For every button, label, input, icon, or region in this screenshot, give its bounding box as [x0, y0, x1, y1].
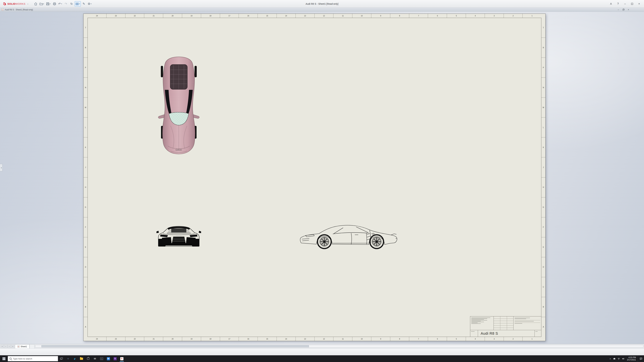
first-sheet-button[interactable]: «	[0, 345, 4, 348]
terminal-icon: >_	[100, 358, 103, 360]
print-button[interactable]	[52, 1, 57, 6]
zone-label: A	[541, 317, 546, 337]
zone-label: 22	[125, 14, 144, 18]
zone-label: B	[84, 297, 88, 317]
help-icon[interactable]: ?	[614, 0, 622, 7]
zone-label: 18	[201, 14, 220, 18]
task-view-icon	[60, 358, 63, 360]
zone-label: D	[84, 257, 88, 277]
zone-label: 1	[522, 14, 541, 18]
solidworks-logo-icon	[3, 2, 6, 6]
undo-button[interactable]: ↶ ▾	[58, 1, 63, 6]
zone-label: 10	[352, 337, 371, 341]
save-button[interactable]: ▾	[45, 1, 52, 6]
add-sheet-tab[interactable]	[30, 345, 34, 349]
cortana-button[interactable]: ○	[65, 355, 72, 362]
solidworks-taskbar-button[interactable]: S	[118, 355, 125, 362]
zone-label: 11	[333, 14, 352, 18]
sheet-paper[interactable]: Audi R8 S	[88, 18, 541, 337]
task-view-button[interactable]	[58, 355, 65, 362]
tab-sheet1[interactable]: Sheet1	[15, 345, 30, 349]
zone-label: 20	[163, 337, 182, 341]
zone-label: 2	[504, 14, 522, 18]
side-view-drawing	[299, 218, 400, 250]
zone-label: 19	[182, 14, 201, 18]
drawing-view-top[interactable]	[156, 55, 202, 155]
rebuild-icon: ↻	[70, 2, 73, 6]
menu-expand-icon[interactable]: ›	[26, 2, 29, 5]
zone-label: P	[84, 57, 88, 77]
open-button[interactable]: ▾	[39, 1, 45, 6]
dropdown-icon[interactable]: ▾	[43, 3, 44, 5]
dropdown-icon[interactable]: ▾	[91, 3, 92, 5]
zone-label: 24	[88, 14, 106, 18]
zone-label: 14	[276, 14, 296, 18]
redo-button[interactable]: ↷	[63, 1, 68, 6]
minimize-icon[interactable]: –	[622, 0, 628, 7]
drawing-view-side[interactable]	[299, 218, 400, 250]
doc-minimize-icon[interactable]: –	[616, 8, 621, 11]
terminal-button[interactable]: >_	[98, 355, 105, 362]
feature-pane-toggle[interactable]: ◂	[0, 164, 2, 171]
edge-button[interactable]: e	[72, 355, 78, 362]
taskbar-clock[interactable]: 4:03 PM 2/17/2021	[626, 356, 638, 361]
dropdown-icon[interactable]: ▾	[61, 3, 62, 5]
brand-text: SOLIDWORKS	[8, 2, 26, 5]
zone-label: F	[541, 217, 546, 237]
dropdown-icon[interactable]: ▾	[79, 3, 80, 5]
start-button[interactable]	[0, 355, 8, 362]
app-blue-button[interactable]: V	[112, 355, 118, 362]
zone-label: J	[84, 157, 88, 177]
home-button[interactable]	[33, 1, 38, 6]
action-center-button[interactable]	[638, 355, 644, 362]
maximize-icon[interactable]	[628, 0, 636, 7]
zone-label: 1	[522, 337, 541, 341]
window-title: Audi R8 S - Sheet1 [Read-only]	[306, 2, 338, 5]
zone-label: 2	[504, 337, 522, 341]
options-button[interactable]: ⚙ ▾	[87, 1, 92, 6]
title-block-rev-cell	[534, 330, 541, 337]
capture-tool-button[interactable]: ▾	[75, 1, 81, 6]
doc-close-icon[interactable]: ×	[626, 8, 631, 11]
zone-label: 24	[88, 337, 106, 341]
front-view-drawing	[156, 218, 202, 249]
close-icon[interactable]: ×	[636, 0, 643, 7]
top-view-drawing	[156, 55, 202, 155]
hidden-icons-chevron[interactable]: ∧	[608, 358, 612, 360]
next-sheet-button[interactable]: ›	[8, 345, 11, 348]
store-button[interactable]	[85, 355, 92, 362]
word-button[interactable]: W	[105, 355, 112, 362]
horizontal-scrollbar[interactable]	[35, 345, 643, 348]
zone-ruler-left: TRPNMLKJHGFEDCBA	[84, 18, 88, 337]
zone-label: A	[84, 317, 88, 337]
search-input[interactable]	[13, 358, 56, 360]
zone-label: C	[84, 277, 88, 297]
solidworks-menu[interactable]: SOLIDWORKS ›	[1, 2, 31, 6]
mail-button[interactable]: ✉	[92, 355, 98, 362]
clock-time: 4:03 PM	[627, 356, 636, 359]
last-sheet-button[interactable]: »	[11, 345, 14, 348]
zone-label: 20	[163, 14, 182, 18]
drawing-view-front[interactable]	[156, 218, 202, 249]
taskbar-search[interactable]	[8, 356, 58, 361]
scrollbar-thumb[interactable]	[42, 345, 309, 347]
account-icon[interactable]	[608, 0, 614, 7]
volume-icon[interactable]	[621, 355, 626, 362]
zone-label: 23	[106, 14, 125, 18]
drawing-sheet[interactable]: 242322212019181716151413121110987654321 …	[83, 13, 546, 341]
file-explorer-button[interactable]	[78, 355, 85, 362]
zone-label: L	[541, 117, 546, 137]
dropdown-icon[interactable]: ▾	[50, 3, 51, 5]
rebuild-button[interactable]: ↻	[69, 1, 74, 6]
doc-restore-icon[interactable]	[621, 8, 626, 11]
network-icon[interactable]	[617, 355, 621, 362]
zone-label: 17	[220, 337, 239, 341]
onedrive-icon[interactable]	[612, 355, 617, 362]
prev-sheet-button[interactable]: ‹	[4, 345, 8, 348]
zone-label: E	[84, 237, 88, 257]
title-block-size-cell	[470, 330, 478, 337]
sheet-nav-buttons: « ‹ › »	[0, 344, 15, 349]
edit-button[interactable]: ✎	[81, 1, 86, 6]
zone-label: 12	[314, 14, 334, 18]
graphics-viewport[interactable]: 242322212019181716151413121110987654321 …	[0, 12, 644, 344]
